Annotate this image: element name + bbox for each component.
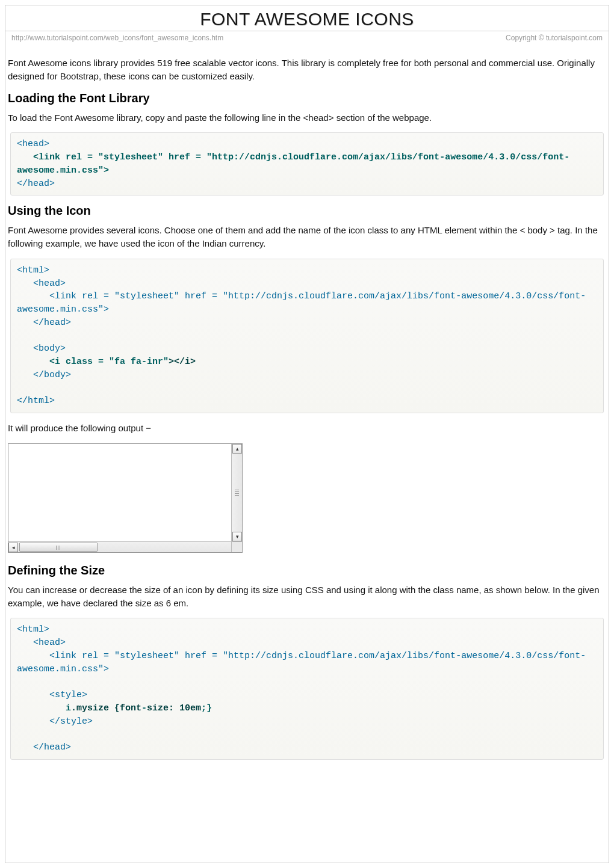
meta-row: http://www.tutorialspoint.com/web_icons/… — [5, 31, 609, 51]
vertical-scrollbar[interactable]: ▴ ▾ — [231, 444, 242, 541]
code-line-bold: size: 10em — [147, 703, 201, 713]
page-container: FONT AWESOME ICONS http://www.tutorialsp… — [5, 5, 609, 863]
source-url-link[interactable]: http://www.tutorialspoint.com/web_icons/… — [11, 34, 223, 42]
code-line-bold: <i class = "fa fa-inr" — [17, 357, 169, 367]
code-line: <style> — [17, 690, 87, 700]
codeblock-defining: <html> <head> <link rel = "stylesheet" h… — [10, 618, 604, 760]
code-line: </html> — [17, 396, 55, 406]
code-line-bold: i — [17, 703, 71, 713]
code-line-bold: ></i> — [169, 357, 196, 367]
output-iframe[interactable]: ▴ ▾ ◂ ▸ — [8, 443, 243, 553]
defining-paragraph: You can increase or decrease the size of… — [8, 583, 606, 610]
scroll-down-arrow-icon[interactable]: ▾ — [232, 532, 242, 541]
title-bar: FONT AWESOME ICONS — [5, 5, 609, 31]
codeblock-using: <html> <head> <link rel = "stylesheet" h… — [10, 259, 604, 413]
code-line: </head> — [17, 318, 71, 328]
code-line: <html> — [17, 265, 49, 275]
code-line: <head> — [17, 638, 66, 648]
scroll-up-arrow-icon[interactable]: ▴ — [232, 444, 242, 454]
loading-paragraph: To load the Font Awesome library, copy a… — [8, 111, 606, 125]
copyright-text: Copyright © tutorialspoint.com — [506, 34, 603, 42]
heading-using: Using the Icon — [8, 204, 606, 218]
code-line: <body> — [17, 343, 66, 354]
code-line-bold: .mysize {font — [71, 703, 141, 713]
code-line: <link rel = "stylesheet" href = "http://… — [17, 651, 586, 674]
scroll-corner — [231, 541, 242, 552]
code-line-bold: <link rel = "stylesheet" href = "http://… — [17, 152, 569, 176]
code-line: <link rel = "stylesheet" href = "http://… — [17, 291, 586, 315]
code-line: <head> — [17, 279, 66, 289]
scroll-left-arrow-icon[interactable]: ◂ — [8, 543, 18, 552]
using-paragraph: Font Awesome provides several icons. Cho… — [8, 224, 606, 250]
content-area: Font Awesome icons library provides 519 … — [5, 57, 609, 760]
code-line: <html> — [17, 624, 49, 635]
code-line: <head> — [17, 139, 49, 149]
scroll-track-mark-icon — [235, 490, 239, 496]
page-title: FONT AWESOME ICONS — [5, 9, 609, 29]
code-line: </head> — [17, 179, 55, 189]
output-caption: It will produce the following output − — [8, 422, 606, 435]
code-line-bold: ;} — [201, 703, 212, 713]
horizontal-scroll-thumb[interactable] — [19, 543, 98, 552]
code-line: </style> — [17, 716, 93, 727]
codeblock-loading: <head> <link rel = "stylesheet" href = "… — [10, 132, 604, 195]
code-line: </head> — [17, 742, 71, 753]
code-line-bold: - — [141, 703, 147, 713]
heading-defining: Defining the Size — [8, 564, 606, 577]
intro-paragraph: Font Awesome icons library provides 519 … — [8, 57, 606, 83]
code-line: </body> — [17, 370, 71, 380]
horizontal-scrollbar[interactable]: ◂ ▸ — [8, 541, 242, 552]
heading-loading: Loading the Font Library — [8, 91, 606, 105]
